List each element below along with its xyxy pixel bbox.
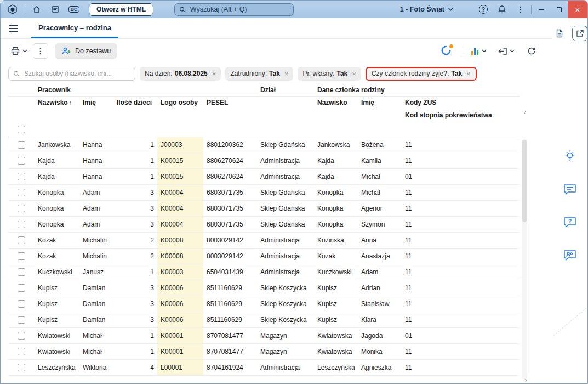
person-search[interactable]	[8, 67, 135, 81]
assistant-button[interactable]	[438, 43, 454, 59]
add-to-set-button[interactable]: Do zestawu	[55, 43, 117, 59]
menu-button[interactable]	[1, 18, 26, 38]
collapse-panel-icon[interactable]: ‹	[524, 108, 526, 116]
scrollbar-thumb[interactable]	[522, 140, 527, 222]
print-button[interactable]	[8, 43, 30, 59]
titlebar-divider	[26, 5, 26, 14]
toolbar-more-button[interactable]: ⋮	[33, 43, 48, 59]
chevron-down-icon	[448, 8, 453, 11]
chip-remove-icon[interactable]: ×	[466, 70, 471, 78]
table-row[interactable]: KozakMichalin2K000088003029142Administra…	[8, 232, 520, 248]
table-row[interactable]: KonopkaAdam3K000046803071735Sklep Gdańsk…	[8, 216, 520, 232]
row-checkbox[interactable]	[18, 157, 25, 165]
tab-pracownicy-rodzina[interactable]: Pracownicy – rodzina	[31, 18, 118, 38]
filter-chip-zatrudniony[interactable]: Zatrudniony: Tak ×	[225, 67, 293, 81]
table-row[interactable]: JankowskaHanna1J000038801200362Sklep Gda…	[8, 137, 520, 153]
cell-kod-stopnia: 11	[402, 200, 520, 216]
table-row[interactable]: KonopkaAdam3K000046803071735Sklep Gdańsk…	[8, 200, 520, 216]
cell-kod-stopnia: 11	[402, 216, 520, 232]
group-header-dzial[interactable]: Dział	[257, 84, 314, 96]
chip-remove-icon[interactable]: ×	[212, 70, 216, 78]
col-header-kod-stopnia-pokrewienstwa[interactable]: Kod stopnia pokrewieństwa	[402, 109, 520, 122]
vertical-scrollbar[interactable]	[522, 139, 527, 379]
table-row[interactable]: KajdaHanna1K000158806270624Administracja…	[8, 153, 520, 168]
chip-label: Zatrudniony:	[230, 70, 267, 77]
help-chat-button[interactable]: ?	[562, 214, 578, 230]
maximize-button[interactable]	[550, 1, 568, 18]
col-header-kody-zus[interactable]: Kody ZUS	[402, 96, 520, 109]
home-button[interactable]	[27, 1, 46, 18]
titlebar-search[interactable]	[174, 3, 294, 16]
row-checkbox[interactable]	[18, 364, 25, 371]
col-header-nazwisko[interactable]: Nazwisko↑	[35, 96, 79, 109]
cell-rodzina-nazwisko: Konopka	[314, 216, 358, 232]
filter-chip-czy-czlonek-rodziny-zyje[interactable]: Czy członek rodziny żyje?: Tak ×	[366, 67, 477, 81]
select-all-checkbox[interactable]	[18, 126, 25, 133]
group-header-dane-czlonka-rodziny[interactable]: Dane członka rodziny	[314, 84, 402, 96]
notifications-button[interactable]	[493, 1, 511, 18]
col-header-logo-osoby[interactable]: Logo osoby	[157, 96, 203, 109]
row-checkbox[interactable]	[18, 268, 25, 276]
col-header-rodzina-nazwisko[interactable]: Nazwisko	[314, 96, 358, 109]
person-search-input[interactable]	[23, 69, 130, 78]
row-checkbox[interactable]	[18, 252, 25, 260]
table-row[interactable]: KwiatowskiMichał1K000018707081477Magazyn…	[8, 343, 520, 359]
refresh-button[interactable]	[524, 43, 539, 59]
titlebar-search-input[interactable]	[189, 5, 289, 14]
app-logo-button[interactable]	[1, 1, 25, 18]
row-checkbox[interactable]	[18, 316, 25, 324]
cell-kod-stopnia: 01	[402, 327, 520, 343]
col-header-pesel[interactable]: PESEL	[203, 96, 257, 109]
idea-button[interactable]	[562, 149, 578, 164]
row-checkbox[interactable]	[18, 189, 25, 196]
cell-nazwisko: Konopka	[35, 184, 79, 200]
group-header-pracownik[interactable]: Pracownik	[35, 84, 257, 96]
col-header-ilosc-dzieci[interactable]: Ilość dzieci	[113, 96, 157, 109]
open-in-html-button[interactable]: Otwórz w HTML	[89, 3, 153, 16]
table-row[interactable]: KwiatowskiMichał1K000018707081477Magazyn…	[8, 327, 520, 343]
filter-chip-na-dzien[interactable]: Na dzień: 06.08.2025 ×	[140, 67, 221, 81]
table-row[interactable]: KonopkaAdam3K000046803071735Sklep Gdańsk…	[8, 184, 520, 200]
row-checkbox[interactable]	[18, 173, 25, 180]
close-icon: ×	[575, 5, 580, 14]
notification-dot	[449, 44, 453, 48]
cell-ilosc-dzieci: 1	[113, 343, 157, 359]
company-selector[interactable]: 1 - Foto Świat	[395, 5, 459, 13]
row-checkbox[interactable]	[18, 221, 25, 228]
close-button[interactable]: ×	[568, 1, 587, 18]
table-row[interactable]: KuczkowskiJanusz1K000036504031439Adminis…	[8, 264, 520, 280]
export-button[interactable]	[496, 43, 517, 59]
chip-remove-icon[interactable]: ×	[352, 70, 356, 78]
col-header-rodzina-imie[interactable]: Imię	[358, 96, 402, 109]
row-checkbox[interactable]	[18, 205, 25, 212]
cell-logo-osoby: K00001	[157, 343, 203, 359]
help-button[interactable]: ?	[474, 1, 493, 18]
share-button[interactable]	[572, 26, 587, 41]
row-select-cell	[8, 216, 35, 232]
row-checkbox[interactable]	[18, 348, 25, 355]
bc-button[interactable]: BC	[65, 1, 83, 18]
notes-button[interactable]	[552, 26, 567, 41]
table-row[interactable]: KupiszDamian3K000068511160629Sklep Koszy…	[8, 280, 520, 296]
row-checkbox[interactable]	[18, 141, 25, 149]
cell-pesel: 6803071735	[203, 184, 257, 200]
chart-button[interactable]	[469, 43, 489, 59]
minimize-button[interactable]	[533, 1, 550, 18]
chip-remove-icon[interactable]: ×	[284, 70, 289, 78]
table-row[interactable]: KupiszDamian3K000068511160629Sklep Koszy…	[8, 296, 520, 312]
table-row[interactable]: KupiszDamian3K000068511160629Sklep Koszy…	[8, 312, 520, 327]
scroll-right-icon[interactable]: ›	[525, 376, 527, 383]
filter-chip-pr-wlasny[interactable]: Pr. własny: Tak ×	[298, 67, 361, 81]
col-header-imie[interactable]: Imię	[79, 96, 113, 109]
titlebar-more-button[interactable]: ⋮	[511, 1, 530, 18]
feedback-button[interactable]	[562, 182, 578, 197]
row-checkbox[interactable]	[18, 332, 25, 340]
row-checkbox[interactable]	[18, 236, 25, 244]
table-row[interactable]: KozakMichalin2K000088003029142Administra…	[8, 248, 520, 264]
row-checkbox[interactable]	[18, 284, 25, 292]
row-checkbox[interactable]	[18, 300, 25, 308]
community-button[interactable]	[562, 247, 578, 263]
news-button[interactable]	[46, 1, 65, 18]
table-row[interactable]: KajdaHanna1K000158806270624Administracja…	[8, 168, 520, 184]
table-row[interactable]: LeszczyńskaWiktoria4L000018704161924Admi…	[8, 359, 520, 375]
